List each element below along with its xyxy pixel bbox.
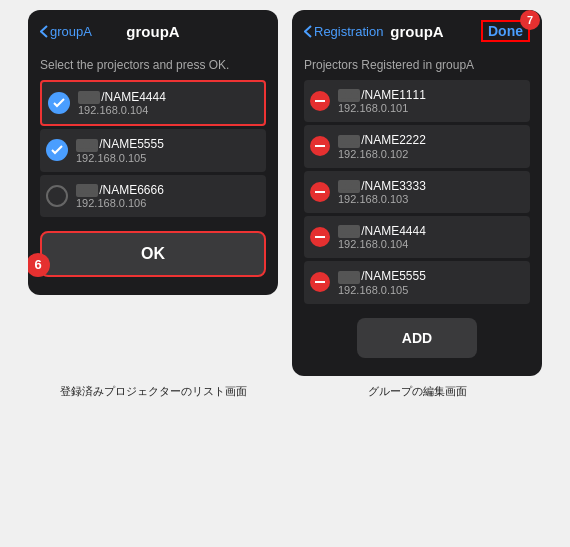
- screen-body-right: Projectors Registered in groupA ■■■/NAME…: [292, 50, 542, 376]
- caption-left: 登録済みプロジェクターのリスト画面: [28, 384, 278, 399]
- title-right: groupA: [390, 23, 443, 40]
- projector-name-3: ■■■/NAME6666: [76, 183, 164, 197]
- projector-info-r3: ■■■/NAME3333 192.168.0.103: [338, 179, 426, 205]
- minus-icon-3[interactable]: [310, 182, 330, 202]
- instruction-label: Select the projectors and press OK.: [40, 58, 266, 72]
- phone-right: Registration groupA Done 7 Projectors Re…: [292, 10, 542, 376]
- projector-info-3: ■■■/NAME6666 192.168.0.106: [76, 183, 164, 209]
- screen-left: groupA groupA Select the projectors and …: [28, 10, 278, 295]
- badge-7: 7: [520, 10, 540, 30]
- ok-button-row: 6 OK: [40, 219, 266, 287]
- list-item[interactable]: ■■■/NAME4444 192.168.0.104: [40, 80, 266, 126]
- list-item[interactable]: ■■■/NAME5555 192.168.0.105: [40, 129, 266, 171]
- list-item[interactable]: ■■■/NAME1111 192.168.0.101: [304, 80, 530, 122]
- back-label-right: Registration: [314, 24, 383, 39]
- list-item[interactable]: ■■■/NAME3333 192.168.0.103: [304, 171, 530, 213]
- add-button-row: ADD: [304, 306, 530, 368]
- check-icon-3: [46, 185, 68, 207]
- projector-ip-1: 192.168.0.104: [78, 104, 166, 116]
- projector-list-left: ■■■/NAME4444 192.168.0.104 5: [40, 80, 266, 219]
- back-button-right[interactable]: Registration: [304, 24, 383, 39]
- add-button[interactable]: ADD: [357, 318, 477, 358]
- projector-info-1: ■■■/NAME4444 192.168.0.104: [78, 90, 166, 116]
- projector-info-r1: ■■■/NAME1111 192.168.0.101: [338, 88, 426, 114]
- list-item[interactable]: ■■■/NAME5555 192.168.0.105: [304, 261, 530, 303]
- back-label-left: groupA: [50, 24, 92, 39]
- projector-name-1: ■■■/NAME4444: [78, 90, 166, 104]
- done-button-container: Done 7: [481, 20, 530, 42]
- list-item[interactable]: ■■■/NAME2222 192.168.0.102: [304, 125, 530, 167]
- projector-ip-2: 192.168.0.105: [76, 152, 164, 164]
- check-icon-1: [48, 92, 70, 114]
- nav-bar-left: groupA groupA: [28, 10, 278, 50]
- minus-icon-2[interactable]: [310, 136, 330, 156]
- screen-right: Registration groupA Done 7 Projectors Re…: [292, 10, 542, 376]
- minus-icon-4[interactable]: [310, 227, 330, 247]
- ok-button[interactable]: OK: [40, 231, 266, 277]
- projector-info-r4: ■■■/NAME4444 192.168.0.104: [338, 224, 426, 250]
- caption-right: グループの編集画面: [292, 384, 542, 399]
- projector-info-r5: ■■■/NAME5555 192.168.0.105: [338, 269, 426, 295]
- list-item[interactable]: ■■■/NAME6666 192.168.0.106: [40, 175, 266, 217]
- back-button-left[interactable]: groupA: [40, 24, 92, 39]
- captions-row: 登録済みプロジェクターのリスト画面 グループの編集画面: [10, 384, 560, 399]
- nav-bar-right: Registration groupA Done 7: [292, 10, 542, 50]
- projector-ip-3: 192.168.0.106: [76, 197, 164, 209]
- phone-left: groupA groupA Select the projectors and …: [28, 10, 278, 295]
- projector-list-right: ■■■/NAME1111 192.168.0.101 ■■■/NAME2222 …: [304, 80, 530, 306]
- projector-info-2: ■■■/NAME5555 192.168.0.105: [76, 137, 164, 163]
- list-item[interactable]: ■■■/NAME4444 192.168.0.104: [304, 216, 530, 258]
- screen-body-left: Select the projectors and press OK. ■■■/…: [28, 50, 278, 295]
- minus-icon-1[interactable]: [310, 91, 330, 111]
- section-title-right: Projectors Registered in groupA: [304, 58, 530, 72]
- projector-name-2: ■■■/NAME5555: [76, 137, 164, 151]
- title-left: groupA: [126, 23, 179, 40]
- projector-info-r2: ■■■/NAME2222 192.168.0.102: [338, 133, 426, 159]
- minus-icon-5[interactable]: [310, 272, 330, 292]
- check-icon-2: [46, 139, 68, 161]
